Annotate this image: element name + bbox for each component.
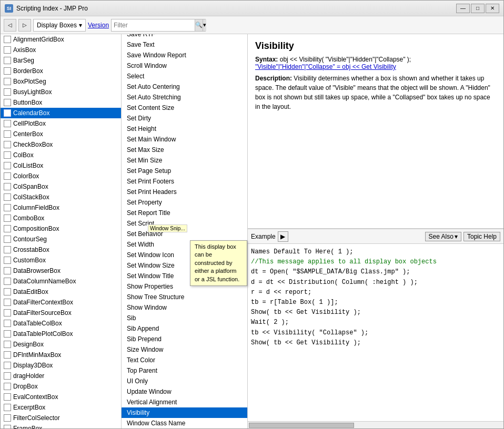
middle-list-item[interactable]: Text Color xyxy=(122,355,247,365)
left-list-item[interactable]: ColumnFieldBox xyxy=(1,202,121,213)
left-list-item[interactable]: BarSeg xyxy=(1,55,121,66)
middle-list-item[interactable]: UI Only xyxy=(122,376,247,386)
middle-list-item[interactable]: Set Main Window xyxy=(122,134,247,145)
left-list-item[interactable]: CrosstabBox xyxy=(1,244,121,255)
left-list-item[interactable]: CellPlotBox xyxy=(1,118,121,129)
left-list-item[interactable]: DataColumnNameBox xyxy=(1,276,121,287)
h-scroll-thumb[interactable] xyxy=(249,423,354,428)
left-list-item[interactable]: ColListBox xyxy=(1,160,121,171)
left-list-item[interactable]: ComboBox xyxy=(1,213,121,223)
left-list-item[interactable]: CalendarBox xyxy=(1,108,121,118)
forward-button[interactable]: ▷ xyxy=(18,19,31,32)
left-list-item[interactable]: DropBox xyxy=(1,381,121,392)
middle-list-item[interactable]: Set Height xyxy=(122,124,247,134)
middle-list-item[interactable]: Set Content Size xyxy=(122,103,247,113)
left-list-item[interactable]: BusyLightBox xyxy=(1,87,121,97)
middle-item-label: Set Max Size xyxy=(127,146,164,154)
middle-list-item[interactable]: Set Auto Centering xyxy=(122,81,247,92)
middle-list-item[interactable]: Sib Append xyxy=(122,323,247,334)
left-list-item[interactable]: Display3DBox xyxy=(1,360,121,371)
middle-list-item[interactable]: Window Class Name xyxy=(122,418,247,428)
left-list-item[interactable]: FilterColSelector xyxy=(1,413,121,423)
topic-help-button[interactable]: Topic Help xyxy=(463,232,500,241)
middle-list-item[interactable]: Vertical Alignment xyxy=(122,397,247,407)
list-item-label: BorderBox xyxy=(13,67,43,75)
left-list-item[interactable]: AlignmentGridBox xyxy=(1,34,121,45)
middle-item-label: Sib Prepend xyxy=(127,335,162,343)
run-example-button[interactable]: ▶ xyxy=(278,231,288,242)
middle-list-item[interactable]: Set Auto Stretching xyxy=(122,92,247,103)
code-line: dt = Open( "$SAMPLE_DATA/Big Class.jmp" … xyxy=(251,267,500,277)
middle-item-label: UI Only xyxy=(127,377,148,385)
syntax-link[interactable]: "Visible"|"Hidden"|"Collapse" = obj << G… xyxy=(255,63,396,70)
middle-item-label: Set Print Footers xyxy=(127,178,174,185)
list-item-label: CompositionBox xyxy=(13,225,59,232)
left-list-item[interactable]: dragHolder xyxy=(1,371,121,381)
list-item-label: ColListBox xyxy=(13,162,43,169)
left-list-item[interactable]: DataTableColBox xyxy=(1,318,121,329)
middle-list-item[interactable]: Select xyxy=(122,71,247,81)
left-list-item[interactable]: ColSpanBox xyxy=(1,181,121,192)
left-list-item[interactable]: ExcerptBox xyxy=(1,402,121,413)
middle-list-item[interactable]: Size Window xyxy=(122,344,247,355)
left-list-item[interactable]: BoxPlotSeg xyxy=(1,76,121,87)
left-list-item[interactable]: ContourSeg xyxy=(1,234,121,244)
left-list-item[interactable]: FrameBox xyxy=(1,423,121,428)
list-item-icon xyxy=(4,67,11,75)
middle-list-item[interactable]: Save RTF xyxy=(122,34,247,39)
middle-list-item[interactable]: Set Print Footers xyxy=(122,176,247,187)
see-also-button[interactable]: See Also ▾ xyxy=(425,232,461,241)
middle-list-item[interactable]: Sib xyxy=(122,313,247,323)
middle-list-item[interactable]: Sib Prepend xyxy=(122,334,247,344)
code-line: tb << Visibility( "Collapse" ); xyxy=(251,328,500,338)
left-list-item[interactable]: BorderBox xyxy=(1,66,121,76)
middle-list-item[interactable]: Set Min Size xyxy=(122,155,247,166)
middle-list-item[interactable]: Set Max Size xyxy=(122,145,247,155)
left-list-item[interactable]: ColBox xyxy=(1,150,121,160)
middle-list-item[interactable]: Set Page Setup xyxy=(122,166,247,176)
left-list-item[interactable]: EvalContextBox xyxy=(1,392,121,402)
left-list-item[interactable]: DFlntMinMaxBox xyxy=(1,350,121,360)
middle-list-item[interactable]: Update Window xyxy=(122,386,247,397)
minimize-button[interactable]: — xyxy=(456,4,470,13)
left-list-item[interactable]: DataEditBox xyxy=(1,287,121,297)
left-list-item[interactable]: AxisBox xyxy=(1,45,121,55)
middle-list-item[interactable]: Set Print Headers xyxy=(122,187,247,197)
middle-list-item[interactable]: Set Dirty xyxy=(122,113,247,124)
left-list-item[interactable]: CheckBoxBox xyxy=(1,139,121,150)
left-list-item[interactable]: CustomBox xyxy=(1,255,121,265)
close-button[interactable]: ✕ xyxy=(486,4,499,13)
left-list-item[interactable]: CenterBox xyxy=(1,129,121,139)
filter-search-button[interactable]: 🔍 xyxy=(195,19,203,31)
middle-list-item[interactable]: Show Window xyxy=(122,302,247,313)
back-button[interactable]: ◁ xyxy=(4,19,16,32)
middle-list-item[interactable]: Set Property xyxy=(122,197,247,208)
middle-list-item[interactable]: Top Parent xyxy=(122,365,247,376)
left-list-item[interactable]: DataFilterSourceBox xyxy=(1,308,121,318)
display-boxes-dropdown[interactable]: Display Boxes ▾ xyxy=(33,19,86,32)
left-list-item[interactable]: DataBrowserBox xyxy=(1,265,121,276)
maximize-button[interactable]: □ xyxy=(471,4,485,13)
middle-list-item[interactable]: Save Window Report xyxy=(122,50,247,60)
left-list-item[interactable]: DesignBox xyxy=(1,339,121,350)
list-item-label: DataFilterContextBox xyxy=(13,299,73,306)
left-list-item[interactable]: DataFilterContextBox xyxy=(1,297,121,308)
middle-list-item[interactable]: Set Report Title xyxy=(122,208,247,218)
list-item-icon xyxy=(4,257,11,264)
middle-list-item[interactable]: Scroll Window xyxy=(122,60,247,71)
middle-list-item[interactable]: Save Text xyxy=(122,39,247,50)
filter-input[interactable] xyxy=(112,19,195,31)
middle-list-item[interactable]: Visibility xyxy=(122,407,247,418)
middle-list-item[interactable]: Show Tree Structure xyxy=(122,292,247,302)
left-list-item[interactable]: CompositionBox xyxy=(1,223,121,234)
list-item-icon xyxy=(4,130,11,138)
left-list-item[interactable]: ColStackBox xyxy=(1,192,121,202)
version-link[interactable]: Version xyxy=(88,22,109,29)
left-list-item[interactable]: ColorBox xyxy=(1,171,121,181)
left-list-item[interactable]: ButtonBox xyxy=(1,97,121,108)
window-snap-label: Window Snip... xyxy=(148,224,187,232)
dropdown-label: Display Boxes xyxy=(37,22,77,29)
horizontal-scrollbar[interactable] xyxy=(248,421,503,428)
filter-dropdown-button[interactable]: ▾ xyxy=(203,19,206,31)
left-list-item[interactable]: DataTablePlotColBox xyxy=(1,329,121,339)
